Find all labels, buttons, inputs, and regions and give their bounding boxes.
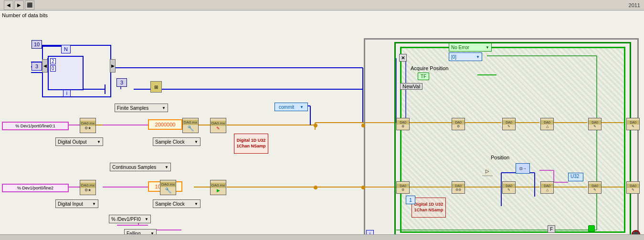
sample-clock-dropdown-1[interactable]: Sample Clock [153,137,201,146]
daqmx-block-r6[interactable]: DA0 ✎ [626,118,640,130]
digital-1d-u32-block-upper[interactable]: Digital 1D U321Chan NSamp [234,134,268,154]
toolbar: ◀ ▶ ⬛ [2,0,36,11]
u32-box: U32 [568,173,583,181]
daqmx-block-r12[interactable]: DA0 ✎ [626,181,640,194]
daqmx-block-r10[interactable]: DA0 △ [540,181,554,194]
junction-dot-4 [361,186,365,189]
value-3b-box[interactable]: 3 [116,78,127,87]
no-error-dropdown[interactable]: No Error [449,43,492,52]
daqmx-block-2[interactable]: DA0.mx 🔧 [182,118,199,133]
continuous-samples-dropdown[interactable]: Continuous Samples [110,163,171,171]
daqmx-block-5[interactable]: DA0.mx 🔧 [160,180,176,195]
value-10-box[interactable]: 10 [32,40,42,49]
dev1-port0-line2-box[interactable]: % Dev1/port0/line2 [2,184,69,192]
f-indicator: F [548,225,555,233]
dev1-pfi0-dropdown[interactable]: % /Dev1/PFI0 [109,215,151,223]
dev1-port0-line01-box[interactable]: % Dev1/port0/line0:1 [2,122,69,130]
value-3-box[interactable]: 3 [32,62,42,71]
daqmx-block-r4[interactable]: DA0 △ [540,118,554,130]
func-block-1[interactable]: ⊞ [150,81,162,93]
year-label: 2011 [629,2,640,8]
junction-dot-1 [314,124,317,127]
daqmx-block-r3[interactable]: DA0 ✎ [502,118,516,130]
daqmx-block-r7[interactable]: DA0 ⚙ [396,181,410,194]
position-label: Position [491,155,509,160]
array-block: 2 0 [48,56,84,90]
value-1-box: 1 [406,196,415,204]
convert-block[interactable]: ⊡→ [516,163,530,174]
n-terminal: N [61,45,71,53]
zero-dropdown[interactable]: [0] [449,52,482,61]
run-button[interactable]: ⬛ [25,0,34,10]
canvas: Number of data bits 10 N i 2 0 ◀ ▶ 3 DA0… [0,10,644,240]
daqmx-block-3[interactable]: DA0.mx ✎ [210,118,226,133]
number-of-data-bits-label: Number of data bits [2,12,48,18]
shift-reg-right: ▶ [110,59,116,73]
acquire-position-label: Acquire Position [411,65,449,71]
shift-reg-left: ◀ [42,59,48,73]
i-terminal: i [63,89,71,97]
daqmx-block-r9[interactable]: DA0 ✎ [502,181,516,194]
case-selector[interactable]: ✕ [399,54,407,62]
sample-clock-dropdown-2[interactable]: Sample Clock [153,199,201,208]
back-button[interactable]: ◀ [4,0,13,10]
inner-nested-frame [400,47,625,233]
junction-dot-3 [361,124,365,127]
daqmx-block-r2[interactable]: DA0 ⚙ [452,118,465,130]
daqmx-block-r8[interactable]: DA0 ⚙⚙ [452,181,465,194]
value-2000000-box[interactable]: 2000000 [148,119,182,130]
daqmx-block-r1[interactable]: DA0 ⚙ [396,118,410,130]
title-bar: ◀ ▶ ⬛ 2011 [0,0,644,10]
finite-samples-dropdown[interactable]: Finite Samples [115,104,168,112]
digital-output-dropdown[interactable]: Digital Output [55,137,103,146]
digital-input-dropdown[interactable]: Digital Input [55,199,98,208]
green-indicator [588,225,595,232]
daqmx-block-6[interactable]: DA0.mx ▶ [210,180,226,195]
forward-button[interactable]: ▶ [14,0,24,10]
newval-box[interactable]: NewVal [400,83,422,90]
tf-box[interactable]: TF [418,73,429,80]
junction-dot-2 [314,186,317,189]
daqmx-block-4[interactable]: DA0.mx ⚙★ [80,180,96,195]
scroll-bar[interactable] [0,234,644,240]
commit-dropdown[interactable]: commit [274,103,308,111]
daqmx-block-r11[interactable]: DA0 ✎ [588,181,602,194]
daqmx-block-1[interactable]: DA0.mx ⚙★ [80,118,96,133]
daqmx-block-r5[interactable]: DA0 ✎ [588,118,602,130]
